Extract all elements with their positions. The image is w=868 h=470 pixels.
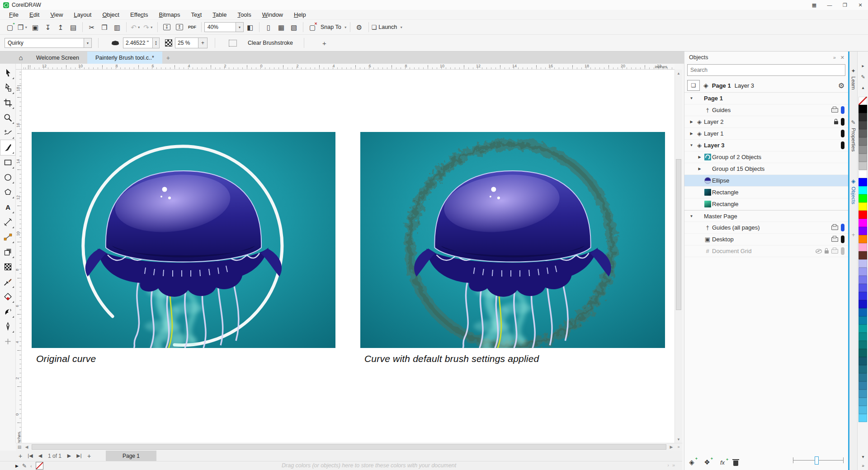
color-swatch[interactable] [859,341,867,349]
edit-indicator-pill[interactable] [841,118,844,126]
docker-tab-learn[interactable]: ✦Learn [849,68,857,89]
tree-row-group-of-2-objects[interactable]: ▶Group of 2 Objects [684,151,848,163]
docker-float-icon[interactable]: » [833,55,836,61]
menu-object[interactable]: Object [97,11,125,18]
redo-icon[interactable]: ↷▼ [142,22,154,33]
lock-icon[interactable] [834,121,838,124]
edit-indicator-pill[interactable] [841,224,844,231]
nib-size-spinner[interactable]: ▲▼ [153,38,160,48]
color-swatch[interactable] [859,235,867,243]
delete-button[interactable] [733,459,742,466]
document-tab-1[interactable]: Welcome Screen [28,52,87,64]
color-swatch[interactable] [859,154,867,162]
copy-icon[interactable]: ❒ [99,22,110,33]
docker-close-icon[interactable]: ✕ [840,55,844,61]
first-page-button[interactable]: |◀ [25,453,35,459]
last-page-button[interactable]: ▶| [74,453,84,459]
new-master-layer-button[interactable]: ❖+ [703,458,712,466]
page-tab[interactable]: Page 1 [106,451,156,461]
color-swatch[interactable] [859,284,867,292]
expander-open-icon[interactable]: ▼ [688,96,695,100]
previous-page-button[interactable]: ◀ [35,453,45,459]
next-page-button[interactable]: ▶ [64,453,74,459]
color-swatch[interactable] [859,365,867,373]
color-swatch[interactable] [859,414,867,422]
tree-row-rectangle[interactable]: Rectangle [684,198,848,210]
menu-effects[interactable]: Effects [125,11,154,18]
color-swatch[interactable] [859,113,867,121]
collapse-icon[interactable]: ‹ [30,463,32,469]
object-search[interactable] [687,64,845,76]
color-swatch[interactable] [859,259,867,268]
scroll-far-right-icon[interactable]: » [675,445,682,449]
rulers-toggle-icon[interactable]: ▯ [263,22,274,33]
color-swatch[interactable] [859,357,867,365]
tree-row-desktop[interactable]: ▣Desktop [684,234,848,245]
color-swatch[interactable] [859,333,867,341]
snap-to-dropdown[interactable]: Snap To▼ [319,24,347,30]
launch-dropdown[interactable]: ❏Launch▼ [372,24,403,31]
horizontal-scroll-thumb[interactable] [32,444,666,450]
docker-tab-objects[interactable]: ◈Objects [849,178,857,204]
interactive-fill-tool[interactable] [0,289,15,304]
lock-icon[interactable] [825,250,829,254]
printer-icon[interactable] [831,226,838,230]
close-button[interactable]: ✕ [853,0,868,10]
color-swatch[interactable] [859,300,867,308]
docker-settings-gear-icon[interactable]: ⚙ [838,81,844,90]
color-swatch[interactable] [859,316,867,324]
rectangle-tool[interactable] [0,155,15,170]
pick-tool[interactable] [0,66,15,80]
edit-indicator-pill[interactable] [841,106,844,114]
document-navigator-icon[interactable]: ▤ [16,445,23,449]
menu-table[interactable]: Table [207,11,232,18]
import-icon[interactable]: ↧ [42,22,54,33]
scroll-up-icon[interactable]: ▲ [675,70,682,77]
color-swatch[interactable] [859,308,867,316]
workspace-icon[interactable]: ▦ [807,0,822,10]
snap-off-icon[interactable]: ▢✕ [307,22,318,33]
export-icon[interactable]: ↥ [55,22,66,33]
eye-icon[interactable] [816,249,822,254]
palette-eyedropper-icon[interactable]: ✎ [858,74,868,80]
color-swatch[interactable] [859,381,867,390]
tree-row-group-of-15-objects[interactable]: ▶Group of 15 Objects [684,163,848,175]
status-overflow-icons[interactable]: › » [667,462,676,468]
color-swatch[interactable] [859,390,867,398]
palette-scroll-up-icon[interactable]: ▴ [858,85,868,90]
crop-tool[interactable] [0,95,15,110]
minimize-button[interactable]: — [822,0,837,10]
opacity-slider-handle[interactable] [815,456,819,465]
palette-scroll-down-icon[interactable]: ▾ [858,454,868,459]
guidelines-toggle-icon[interactable]: ▧ [288,22,300,33]
nib-size-field[interactable]: 2.46522 " [123,38,153,48]
original-curve-image[interactable] [32,132,335,348]
color-swatch[interactable] [859,251,867,259]
brushstroke-border-icon[interactable] [229,40,237,47]
menu-tools[interactable]: Tools [232,11,256,18]
clear-brushstroke-button[interactable]: Clear Brushstroke [243,38,297,48]
docker-tab-properties[interactable]: ✎Properties [849,119,857,151]
menu-layout[interactable]: Layout [68,11,97,18]
vertical-scroll-thumb[interactable] [676,159,681,310]
smear-tool[interactable] [0,304,15,319]
tree-row-guides[interactable]: †Guides [684,104,848,116]
undo-icon[interactable]: ↶▼ [130,22,142,33]
opacity-slider[interactable] [793,456,844,465]
color-swatch[interactable] [859,170,867,178]
outline-pen-tool[interactable] [0,319,15,334]
brush-style-dropdown-icon[interactable]: ▼ [84,38,92,48]
color-swatch[interactable] [859,105,867,113]
add-page-before-button[interactable]: + [15,452,25,460]
color-swatch[interactable] [859,146,867,154]
polygon-tool[interactable] [0,185,15,200]
color-swatch[interactable] [859,373,867,381]
expander-closed-icon[interactable]: ▶ [688,120,695,124]
color-swatch[interactable] [859,227,867,235]
menu-help[interactable]: Help [288,11,311,18]
color-swatch[interactable] [859,292,867,300]
menu-window[interactable]: Window [257,11,288,18]
menu-bitmaps[interactable]: Bitmaps [153,11,185,18]
painterly-brush-tool[interactable] [0,140,15,155]
drawing-canvas[interactable]: Original curve Curve with default brush … [22,70,675,443]
